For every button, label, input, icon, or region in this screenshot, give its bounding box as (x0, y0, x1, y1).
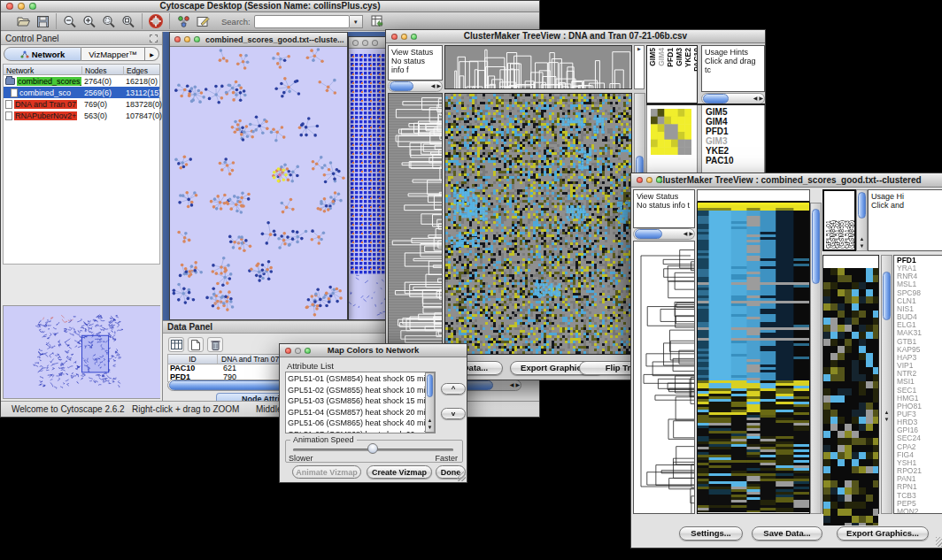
close-button[interactable] (285, 348, 291, 354)
network-file-icon (5, 100, 12, 109)
gene-label[interactable]: GIM5 (706, 107, 764, 117)
column-label[interactable]: GIM4 (658, 48, 666, 66)
close-button[interactable] (174, 36, 181, 42)
network-table-header[interactable]: Network Nodes Edges (4, 65, 159, 75)
annotation-icon[interactable] (193, 12, 212, 30)
column-label[interactable]: PFD1 (667, 48, 675, 67)
column-label[interactable]: GPL51-02 (GSM855) (835, 193, 844, 249)
export-graphics-button[interactable]: Export Graphics... (837, 526, 929, 541)
tab-vizmapper[interactable]: VizMapper™ (81, 47, 145, 61)
heatmap-main[interactable] (697, 203, 810, 514)
float-panel-icon[interactable] (150, 35, 158, 42)
close-button[interactable] (352, 40, 359, 46)
view-status-scrollbar[interactable]: ◀▶ (388, 81, 443, 92)
resize-grip[interactable] (936, 537, 942, 547)
minimize-button[interactable] (295, 348, 301, 354)
minimize-button[interactable] (184, 36, 190, 42)
column-dendrogram-area[interactable] (697, 189, 810, 203)
zoom-heatmap-vscrollbar[interactable]: ▲▼ (881, 255, 892, 514)
gene-label[interactable]: GIM3 (706, 136, 764, 146)
gene-label[interactable]: MON2 (897, 508, 942, 514)
zoom-button[interactable] (194, 36, 200, 42)
treeview-combined-title: ClusterMaker TreeView : combined_scores_… (631, 173, 942, 187)
network-row-selected[interactable]: combined_sco 2569(6) 13112(15) (4, 87, 159, 98)
minimize-button[interactable] (362, 40, 368, 46)
main-titlebar[interactable]: Cytoscape Desktop (Session Name: collins… (1, 1, 539, 12)
view-status-scrollbar[interactable]: ◀▶ (633, 228, 695, 240)
network-row-rnapuber[interactable]: RNAPuberNov2+ 563(0) 107847(0) (4, 110, 159, 121)
column-label[interactable]: YKE2 (684, 48, 692, 67)
animate-vizmap-button[interactable]: Animate Vizmap (292, 465, 361, 479)
gene-label[interactable]: GIM4 (706, 117, 764, 127)
zoom-out-icon[interactable] (60, 12, 80, 30)
resize-grip[interactable] (456, 472, 466, 481)
move-up-button[interactable]: ^ (441, 383, 466, 395)
zoom-button[interactable] (372, 40, 378, 46)
help-lifesaver-icon[interactable] (146, 12, 166, 30)
zoom-button[interactable] (411, 34, 417, 40)
minimize-button[interactable] (18, 3, 25, 10)
row-dendrogram[interactable] (633, 241, 695, 514)
map-dialog-titlebar[interactable]: Map Colors to Network (280, 344, 467, 357)
network-row-dna-tran[interactable]: DNA and Tran 07 769(0) 183728(0) (4, 98, 159, 110)
zoom-in-icon[interactable] (80, 12, 99, 30)
zoom-heatmap[interactable] (822, 255, 879, 514)
gene-label[interactable]: YKE2 (706, 146, 764, 156)
create-vizmap-button[interactable]: Create Vizmap (367, 465, 432, 479)
save-session-icon[interactable] (33, 12, 52, 30)
network-row-combined-scores[interactable]: combined_scores_ 2764(0) 16218(0) (4, 75, 159, 87)
network-file-icon (11, 88, 18, 97)
zoom-button[interactable] (656, 177, 662, 183)
attribute-item[interactable]: GPL51-04 (GSM857) heat shock 20 min (288, 407, 433, 418)
column-labels-scrollbar[interactable]: ▲▼ (856, 189, 868, 251)
tab-network[interactable]: Network (4, 47, 81, 61)
gene-label[interactable]: PAC10 (706, 156, 764, 165)
column-label[interactable]: PAC10 (693, 48, 698, 72)
treeview-dna-titlebar[interactable]: ClusterMaker TreeView : DNA and Tran 07-… (386, 30, 765, 43)
attribute-item[interactable]: GPL51-01 (GSM854) heat shock 05 min (288, 373, 433, 385)
zoom-fit-icon[interactable] (119, 12, 138, 30)
vizmap-nodes-icon[interactable] (174, 12, 193, 30)
heatmap-main[interactable] (444, 93, 632, 355)
attribute-item[interactable]: GPL51-07 (GSM868) heat shock 60 min (288, 429, 433, 433)
treeview-combined-window: ClusterMaker TreeView : combined_scores_… (630, 173, 942, 548)
window-controls[interactable] (6, 3, 36, 10)
search-input[interactable] (254, 15, 350, 28)
minimize-button[interactable] (401, 34, 407, 40)
move-down-button[interactable]: v (441, 408, 466, 419)
heatmap-vscrollbar[interactable] (810, 203, 822, 514)
network-view-window-1[interactable]: combined_scores_good.txt--cluste... (169, 32, 348, 320)
save-data-button[interactable]: Save Data... (752, 526, 822, 541)
attribute-item[interactable]: GPL51-02 (GSM855) heat shock 10 min (288, 385, 433, 396)
attribute-item[interactable]: GPL51-03 (GSM856) heat shock 15 min (288, 395, 433, 407)
tab-overflow-button[interactable]: ▶ (145, 47, 159, 61)
column-label[interactable]: GIM3 (676, 48, 683, 66)
close-button[interactable] (637, 177, 643, 183)
settings-button[interactable]: Settings... (679, 526, 743, 541)
network-canvas-clusters[interactable] (170, 47, 347, 319)
close-button[interactable] (391, 34, 398, 40)
mini-heatmap[interactable] (651, 109, 691, 155)
slider-thumb[interactable] (367, 443, 378, 454)
table-col-id: ID (168, 355, 218, 364)
attribute-list-scrollbar[interactable]: ▲▼ (425, 372, 435, 433)
attribute-item[interactable]: GPL51-06 (GSM865) heat shock 40 min (288, 418, 433, 429)
zoom-button[interactable] (305, 348, 311, 354)
treeview-combined-titlebar[interactable]: ClusterMaker TreeView : combined_scores_… (631, 173, 942, 188)
gene-label[interactable]: PFD1 (706, 127, 764, 136)
import-table-icon[interactable] (368, 12, 388, 30)
column-label[interactable]: GIM5 (649, 48, 657, 66)
row-dendrogram[interactable] (388, 93, 443, 355)
open-session-icon[interactable] (13, 12, 33, 30)
new-attribute-icon[interactable] (188, 337, 204, 352)
column-dendrogram[interactable] (444, 45, 632, 89)
minimize-button[interactable] (646, 177, 652, 183)
network-overview-panel[interactable] (3, 305, 160, 399)
close-button[interactable] (6, 3, 13, 10)
delete-attribute-icon[interactable] (207, 337, 223, 352)
zoom-selected-icon[interactable] (99, 12, 119, 30)
zoom-button[interactable] (29, 3, 36, 10)
dendrogram-strip[interactable]: ▶ (634, 45, 645, 89)
search-dropdown-button[interactable]: ▼ (350, 15, 363, 28)
attribute-select-icon[interactable] (168, 337, 184, 352)
